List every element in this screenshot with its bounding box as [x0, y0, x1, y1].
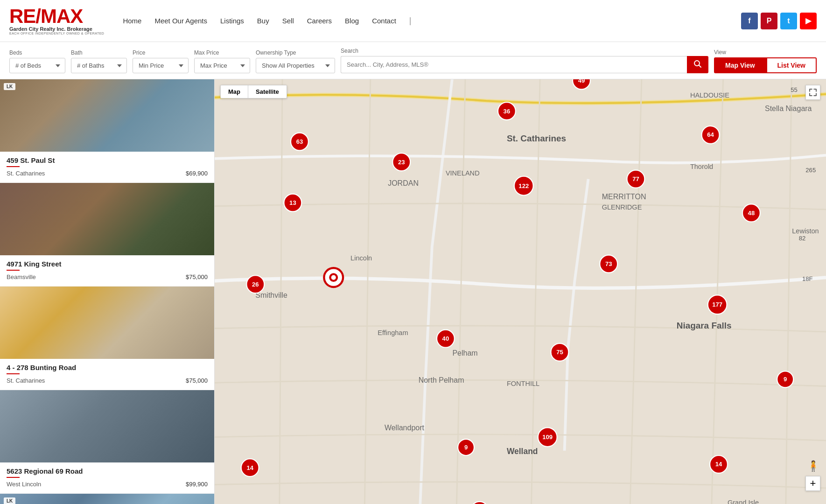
map-pin-122[interactable]: 122: [514, 176, 533, 196]
search-input[interactable]: [341, 56, 687, 73]
property-info: 4971 King StreetBeamsville$75,000: [0, 255, 214, 286]
property-city: St. Catharines: [7, 170, 45, 177]
search-button[interactable]: [687, 56, 708, 73]
map-pin-64[interactable]: 64: [702, 126, 720, 144]
tab-map[interactable]: Map: [221, 85, 248, 98]
max-price-label: Max Price: [194, 49, 250, 56]
property-details: St. Catharines$69,900: [7, 170, 208, 177]
price-select[interactable]: Min Price: [133, 58, 189, 73]
property-price: $75,000: [186, 273, 208, 280]
property-details: Beamsville$75,000: [7, 273, 208, 280]
map-tabs: Map Satellite: [220, 85, 287, 98]
property-title: 5623 Regional 69 Road: [7, 467, 208, 475]
nav-buy[interactable]: Buy: [257, 17, 269, 25]
beds-filter: Beds # of Beds: [9, 49, 65, 73]
view-label: View: [714, 49, 817, 56]
property-card[interactable]: LK: [0, 494, 214, 504]
map-pin-77[interactable]: 77: [627, 170, 645, 188]
view-group: View Map View List View: [714, 49, 817, 73]
list-view-button[interactable]: List View: [766, 57, 817, 73]
svg-text:14: 14: [715, 461, 722, 468]
map-pin-40[interactable]: 40: [437, 330, 455, 348]
main-content: LK459 St. Paul StSt. Catharines$69,90049…: [0, 79, 826, 504]
map-pin-48[interactable]: 48: [742, 204, 760, 222]
property-underline: [7, 166, 20, 167]
svg-text:VINELAND: VINELAND: [446, 169, 480, 177]
map-pin-9-right[interactable]: 9: [777, 371, 793, 387]
facebook-icon[interactable]: f: [741, 13, 758, 29]
property-info: 5623 Regional 69 RoadWest Lincoln$99,900: [0, 462, 214, 493]
property-price: $75,000: [186, 377, 208, 384]
svg-text:18F: 18F: [802, 275, 813, 282]
bath-label: Bath: [71, 49, 127, 56]
svg-text:JORDAN: JORDAN: [388, 179, 419, 187]
svg-text:Grand Isle: Grand Isle: [728, 499, 759, 504]
map-view-button[interactable]: Map View: [714, 57, 766, 73]
property-info: 459 St. Paul StSt. Catharines$69,900: [0, 152, 214, 182]
bath-select[interactable]: # of Baths: [71, 58, 127, 73]
property-title: 4971 King Street: [7, 260, 208, 268]
pegman-icon[interactable]: 🧍: [807, 460, 819, 472]
map-pin-14-left[interactable]: 14: [241, 459, 259, 476]
nav-contact[interactable]: Contact: [372, 17, 396, 25]
twitter-icon[interactable]: t: [780, 13, 797, 29]
property-underline: [7, 270, 20, 271]
map-pin-177[interactable]: 177: [708, 295, 727, 314]
property-card[interactable]: 4971 King StreetBeamsville$75,000: [0, 183, 214, 287]
svg-text:23: 23: [398, 159, 405, 166]
map-pin-73[interactable]: 73: [600, 255, 617, 273]
property-card[interactable]: LK459 St. Paul StSt. Catharines$69,900: [0, 79, 214, 183]
property-image: [0, 287, 214, 359]
nav-sell[interactable]: Sell: [282, 17, 294, 25]
tab-satellite[interactable]: Satellite: [248, 85, 287, 98]
svg-text:9: 9: [784, 376, 787, 383]
property-underline: [7, 477, 20, 478]
map-pin-36[interactable]: 36: [498, 102, 516, 120]
logo[interactable]: RE/MAX Garden City Realty Inc. Brokerage…: [9, 7, 104, 35]
map-pin-9-left[interactable]: 9: [458, 439, 474, 455]
svg-text:Welland: Welland: [507, 447, 538, 456]
svg-text:Lincoln: Lincoln: [350, 254, 372, 262]
map-pin-13[interactable]: 13: [284, 194, 301, 212]
max-price-filter: Max Price Max Price: [194, 49, 250, 73]
search-input-wrap: [341, 56, 708, 73]
svg-text:Pelham: Pelham: [452, 349, 477, 357]
zoom-in-button[interactable]: +: [805, 476, 820, 491]
property-price: $69,900: [186, 170, 208, 177]
map-pin-26[interactable]: 26: [246, 275, 264, 293]
nav-agents[interactable]: Meet Our Agents: [154, 17, 207, 25]
youtube-icon[interactable]: ▶: [800, 13, 817, 29]
svg-text:Lewiston: Lewiston: [792, 227, 819, 235]
map-pin-selected[interactable]: [324, 268, 343, 287]
nav-blog[interactable]: Blog: [345, 17, 359, 25]
pinterest-icon[interactable]: P: [761, 13, 777, 29]
fullscreen-button[interactable]: [805, 85, 820, 100]
svg-text:Smithville: Smithville: [255, 291, 287, 299]
property-details: St. Catharines$75,000: [7, 377, 208, 384]
svg-text:Thorold: Thorold: [690, 163, 713, 170]
property-card[interactable]: 4 - 278 Bunting RoadSt. Catharines$75,00…: [0, 287, 214, 390]
map-pin-75[interactable]: 75: [551, 343, 569, 361]
property-title: 4 - 278 Bunting Road: [7, 364, 208, 371]
property-image: [0, 183, 214, 255]
svg-text:48: 48: [748, 210, 755, 217]
svg-text:63: 63: [296, 138, 303, 145]
beds-select[interactable]: # of Beds: [9, 58, 65, 73]
ownership-select[interactable]: Show All Properties: [256, 58, 335, 73]
nav-careers[interactable]: Careers: [307, 17, 332, 25]
svg-point-50: [330, 274, 337, 281]
nav-home[interactable]: Home: [123, 17, 141, 25]
property-image: LK: [0, 494, 214, 504]
property-city: Beamsville: [7, 273, 36, 280]
svg-text:9: 9: [464, 444, 468, 451]
map-pin-14-right[interactable]: 14: [710, 455, 728, 473]
map-pin-23[interactable]: 23: [392, 153, 410, 171]
map-pin-63[interactable]: 63: [291, 133, 308, 151]
property-card[interactable]: 5623 Regional 69 RoadWest Lincoln$99,900: [0, 390, 214, 494]
map-pin-109[interactable]: 109: [538, 427, 557, 447]
max-price-select[interactable]: Max Price: [194, 58, 250, 73]
property-underline: [7, 373, 20, 374]
nav-listings[interactable]: Listings: [220, 17, 244, 25]
search-group: Search: [341, 48, 708, 73]
property-details: West Lincoln$99,900: [7, 481, 208, 488]
